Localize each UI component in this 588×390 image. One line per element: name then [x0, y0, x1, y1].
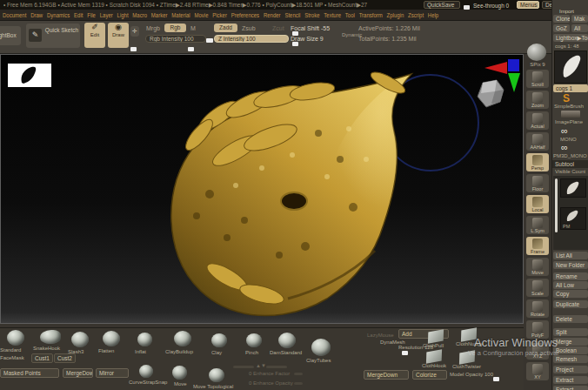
- brush-snakehook-icon[interactable]: [40, 330, 61, 344]
- menu-item-macro[interactable]: Macro: [132, 11, 147, 19]
- persp-button[interactable]: Persp: [526, 153, 549, 171]
- scale-tool-button[interactable]: Scale: [526, 279, 549, 297]
- edit-button[interactable]: ✐ Edit: [84, 23, 105, 48]
- move-button[interactable]: ✛: [130, 26, 139, 37]
- brush-claybuildup-icon[interactable]: [174, 331, 191, 346]
- scroll-button[interactable]: Scroll: [526, 70, 549, 88]
- z-intensity-handle[interactable]: [207, 38, 213, 43]
- draw-button[interactable]: ◉ Draw: [108, 23, 129, 48]
- menu-item-tool[interactable]: Tool: [345, 11, 355, 19]
- menu-item-zscript[interactable]: Zscript: [408, 11, 424, 19]
- menu-item-preferences[interactable]: Preferences: [231, 11, 259, 19]
- spix-slider[interactable]: SPix 9: [524, 62, 551, 67]
- brush-move-icon[interactable]: [172, 366, 187, 380]
- colorize-button[interactable]: Colorize: [412, 370, 447, 380]
- draw-size-slider[interactable]: Draw Size 9: [291, 36, 324, 42]
- quicksave-button[interactable]: QuickSave: [424, 1, 460, 9]
- gizmo-y-axis-icon[interactable]: [508, 73, 520, 92]
- subtool-item-1[interactable]: [560, 178, 586, 198]
- project-button[interactable]: Project: [553, 366, 588, 373]
- enhance-factor-handle[interactable]: [294, 373, 303, 375]
- brush-clothhook-icon[interactable]: [426, 349, 442, 363]
- menu-item-draw[interactable]: Draw: [30, 11, 43, 19]
- brush-move-topological-icon[interactable]: [209, 368, 224, 382]
- subtool-item-2[interactable]: PM: [560, 207, 586, 230]
- zadd-button[interactable]: Zadd: [214, 24, 237, 32]
- menu-item-light[interactable]: Light: [117, 11, 129, 19]
- floor-button[interactable]: Floor: [526, 174, 549, 192]
- duplicate-button[interactable]: Duplicate: [553, 300, 588, 308]
- merge-button[interactable]: Merge: [553, 338, 588, 346]
- menu-item-movie[interactable]: Movie: [194, 11, 208, 19]
- menu-item-layer[interactable]: Layer: [100, 11, 113, 19]
- menu-item-stroke[interactable]: Stroke: [304, 11, 319, 19]
- menu-item-edit[interactable]: Edit: [74, 11, 83, 19]
- quick-sketch-button[interactable]: ✎ Quick Sketch: [26, 24, 80, 48]
- xy-button[interactable]: XY: [526, 362, 549, 380]
- lsym-button[interactable]: L.Sym: [526, 216, 549, 234]
- model-opacity-slider[interactable]: Model Opacity 100: [450, 372, 493, 377]
- rgb-intensity-slider[interactable]: Rgb Intensity 100: [145, 35, 206, 43]
- menu-item-picker[interactable]: Picker: [212, 11, 227, 19]
- face-mask-label[interactable]: FaceMask: [0, 355, 24, 360]
- mono-bow-icon[interactable]: ∞: [561, 125, 568, 136]
- rock-object[interactable]: [471, 76, 507, 111]
- rotate-tool-button[interactable]: Rotate: [526, 299, 549, 318]
- pm3d-bow-icon[interactable]: ∞: [561, 142, 568, 152]
- gizmo-x-axis-icon[interactable]: [484, 62, 507, 74]
- mrgb-button[interactable]: Mrgb: [146, 25, 160, 31]
- divider-handle-2[interactable]: [188, 47, 194, 51]
- import-button[interactable]: Import: [559, 9, 574, 14]
- brush-standard-icon[interactable]: [7, 330, 24, 346]
- menu-item-zplugin[interactable]: Zplugin: [387, 11, 404, 19]
- menu-item-document[interactable]: Document: [3, 11, 26, 19]
- menu-item-stencil[interactable]: Stencil: [284, 11, 300, 19]
- menu-item-transform[interactable]: Transform: [359, 11, 383, 19]
- imageplane-icon[interactable]: [561, 111, 580, 118]
- mirror-button[interactable]: Mirror: [96, 368, 129, 378]
- mergedown2-button[interactable]: MergeDown: [364, 370, 409, 380]
- subtool-list[interactable]: PM: [553, 176, 588, 250]
- all-button[interactable]: All: [571, 24, 588, 32]
- simplebrush-icon[interactable]: S: [563, 92, 570, 104]
- goz-button[interactable]: GoZ: [553, 24, 570, 32]
- enhance-opacity-slider[interactable]: 0 Enhance Opacity: [249, 380, 293, 386]
- extract-button[interactable]: Extract: [553, 376, 588, 384]
- menu-item-file[interactable]: File: [87, 11, 96, 19]
- zoom-button[interactable]: Zoom: [526, 91, 549, 109]
- brush-flatten-icon[interactable]: [103, 331, 120, 346]
- active-tool-thumbnail[interactable]: [554, 50, 587, 84]
- local-button[interactable]: Local: [526, 195, 549, 213]
- lazymouse-label[interactable]: LazyMouse: [367, 333, 394, 338]
- curve-strap-snap-icon[interactable]: [139, 365, 153, 378]
- frame-button[interactable]: Frame: [526, 237, 549, 255]
- brush-pinch-icon[interactable]: [246, 333, 262, 347]
- menu-item-marker[interactable]: Marker: [151, 11, 168, 19]
- active-tool-name-button[interactable]: cogs 1: [553, 84, 588, 92]
- brush-inflat-icon[interactable]: [137, 333, 152, 346]
- model-opacity-handle[interactable]: [493, 377, 499, 381]
- extract-footer-button[interactable]: Extract: [553, 386, 588, 390]
- bpr-render-button[interactable]: [527, 44, 546, 61]
- resolution-handle[interactable]: [402, 351, 408, 355]
- menu-item-material[interactable]: Material: [171, 11, 190, 19]
- z-intensity-slider[interactable]: Z Intensity 100: [214, 35, 289, 43]
- dragon-head-sculpt[interactable]: [131, 55, 444, 324]
- enhance-divider-arrows[interactable]: ▲▼: [256, 363, 266, 368]
- all-low-button[interactable]: All Low: [553, 281, 588, 289]
- clone-button[interactable]: Clone: [553, 15, 570, 23]
- document-canvas[interactable]: [0, 54, 524, 324]
- list-all-button[interactable]: List All: [553, 252, 588, 259]
- m-button[interactable]: M: [190, 25, 196, 31]
- split-button[interactable]: Split: [553, 328, 588, 336]
- move-tool-button[interactable]: Move: [526, 258, 549, 276]
- focal-shift-slider[interactable]: Focal Shift -55: [291, 25, 330, 31]
- brush-damstandard-icon[interactable]: [278, 333, 296, 348]
- brush-slash3-icon[interactable]: [71, 332, 89, 347]
- enhance-opacity-handle[interactable]: [294, 382, 303, 385]
- new-folder-button[interactable]: New Folder: [553, 261, 588, 269]
- cust2-button[interactable]: Cust2: [54, 353, 76, 363]
- rgb-button[interactable]: Rgb: [164, 24, 186, 32]
- menu-item-help[interactable]: Help: [428, 11, 438, 19]
- copy-button[interactable]: Copy: [553, 290, 588, 298]
